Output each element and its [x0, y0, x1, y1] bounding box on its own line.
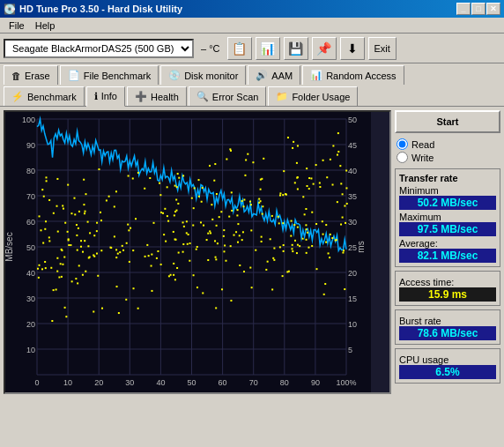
tab-info[interactable]: ℹ Info — [86, 86, 125, 107]
tab-file-benchmark[interactable]: 📄 File Benchmark — [60, 65, 159, 85]
burst-rate-label: Burst rate — [399, 316, 496, 326]
maximum-value: 97.5 MB/sec — [399, 222, 496, 236]
transfer-rate-title: Transfer rate — [399, 173, 496, 183]
tabs-row-1: 🗑 Erase 📄 File Benchmark 💿 Disk monitor … — [0, 63, 504, 85]
cpu-usage-group: CPU usage 6.5% — [395, 348, 500, 384]
minimum-value: 50.2 MB/sec — [399, 196, 496, 210]
tab-health[interactable]: ➕ Health — [127, 86, 187, 106]
write-radio[interactable] — [397, 152, 408, 163]
minimum-label: Minimum — [399, 185, 496, 196]
file-benchmark-icon: 📄 — [68, 70, 80, 81]
maximize-button[interactable]: □ — [471, 3, 485, 15]
right-panel: Start Read Write Transfer rate Minimum 5… — [395, 110, 500, 394]
toolbar-icon-3[interactable]: 💾 — [284, 37, 308, 60]
access-time-group: Access time: 15.9 ms — [395, 271, 500, 306]
read-radio-label[interactable]: Read — [397, 138, 499, 150]
tab-folder-usage[interactable]: 📁 Folder Usage — [268, 86, 358, 106]
access-time-value: 15.9 ms — [399, 287, 496, 302]
info-icon: ℹ — [94, 91, 98, 102]
title-bar: 💽 HD Tune Pro 3.50 - Hard Disk Utility _… — [0, 0, 504, 18]
toolbar-icon-2[interactable]: 📊 — [256, 37, 280, 60]
toolbar-icon-4[interactable]: 📌 — [312, 37, 337, 60]
drive-select[interactable]: Seagate BlackArmorDAS25 (500 GB) — [4, 39, 194, 58]
tab-erase[interactable]: 🗑 Erase — [4, 65, 58, 85]
folder-usage-icon: 📁 — [276, 91, 288, 102]
maximum-label: Maximum — [399, 212, 496, 222]
toolbar-icon-1[interactable]: 📋 — [227, 37, 252, 60]
tab-random-access[interactable]: 📊 Random Access — [302, 65, 404, 85]
start-button[interactable]: Start — [395, 110, 500, 133]
aam-icon: 🔊 — [256, 70, 268, 81]
menu-help[interactable]: Help — [30, 19, 61, 32]
toolbar-icon-down[interactable]: ⬇ — [340, 37, 365, 60]
tab-aam[interactable]: 🔊 AAM — [248, 65, 300, 85]
cpu-usage-value: 6.5% — [399, 365, 496, 379]
error-scan-icon: 🔍 — [196, 91, 209, 102]
transfer-rate-group: Transfer rate Minimum 50.2 MB/sec Maximu… — [395, 168, 500, 267]
average-value: 82.1 MB/sec — [399, 249, 496, 263]
menu-file[interactable]: File — [4, 19, 30, 32]
disk-monitor-icon: 💿 — [168, 70, 181, 81]
burst-rate-value: 78.6 MB/sec — [399, 326, 496, 340]
erase-icon: 🗑 — [11, 71, 21, 81]
cpu-usage-label: CPU usage — [399, 354, 496, 365]
exit-button[interactable]: Exit — [368, 37, 397, 60]
chart-area — [4, 110, 391, 394]
title-text: HD Tune Pro 3.50 - Hard Disk Utility — [19, 4, 182, 14]
read-write-group: Read Write — [395, 137, 500, 165]
tabs-row-2: ⚡ Benchmark ℹ Info ➕ Health 🔍 Error Scan… — [0, 85, 504, 106]
average-label: Average: — [399, 238, 496, 249]
burst-rate-group: Burst rate 78.6 MB/sec — [395, 309, 500, 345]
toolbar: Seagate BlackArmorDAS25 (500 GB) – °C 📋 … — [0, 34, 504, 63]
minimize-button[interactable]: _ — [456, 3, 471, 15]
tab-benchmark[interactable]: ⚡ Benchmark — [4, 86, 85, 106]
menu-bar: File Help — [0, 18, 504, 34]
temp-display: – °C — [197, 43, 224, 54]
write-radio-label[interactable]: Write — [397, 152, 499, 163]
access-time-label: Access time: — [399, 277, 496, 287]
health-icon: ➕ — [135, 91, 147, 102]
main-content: Start Read Write Transfer rate Minimum 5… — [0, 107, 504, 398]
read-radio[interactable] — [397, 138, 408, 150]
app-icon: 💽 — [4, 4, 16, 15]
close-button[interactable]: ✕ — [486, 3, 500, 15]
benchmark-icon: ⚡ — [11, 91, 24, 102]
tab-disk-monitor[interactable]: 💿 Disk monitor — [160, 65, 246, 85]
tab-error-scan[interactable]: 🔍 Error Scan — [189, 86, 267, 106]
random-access-icon: 📊 — [310, 70, 322, 81]
